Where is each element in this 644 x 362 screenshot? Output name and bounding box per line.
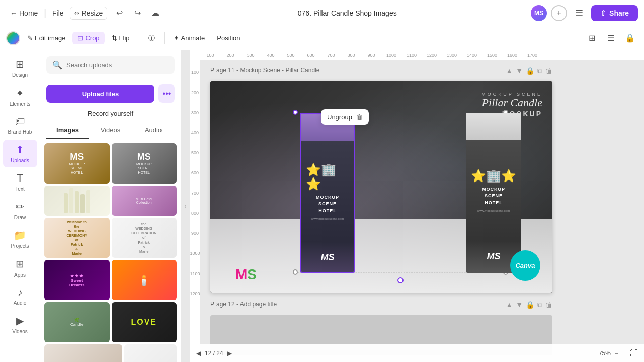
page-collapse-down-icon[interactable]: ▼ <box>516 67 523 75</box>
sidebar-item-videos[interactable]: ▶ Videos <box>3 311 37 338</box>
left-candle[interactable]: ⭐🏢⭐ MOCKUPSCENEHOTEL www.mockupscene.com… <box>300 113 355 273</box>
upload-thumb-4[interactable]: Multi HotelCollection <box>112 186 177 216</box>
info-button[interactable]: ⓘ <box>143 31 160 45</box>
sidebar-item-design[interactable]: ⊞ Design <box>3 54 37 82</box>
candle-star-icon: ⭐🏢⭐ <box>306 163 349 191</box>
upload-btn-row: Upload files ••• <box>40 80 181 107</box>
page12-collapse-up-icon[interactable]: ▲ <box>506 301 513 309</box>
flip-button[interactable]: ⇅ Flip <box>107 32 135 44</box>
canvas-scroll[interactable]: P age 11 - Mockup Scene - Pillar Candle … <box>200 60 644 362</box>
page-nav-next[interactable]: ▶ <box>227 350 232 357</box>
candle-ms-logo: MS <box>321 252 335 263</box>
sidebar-item-projects[interactable]: 📁 Projects <box>3 225 37 253</box>
page-collapse-up-icon[interactable]: ▲ <box>506 67 513 75</box>
right-candle-ms-logo: MS <box>487 251 501 262</box>
design-icon: ⊞ <box>16 58 24 70</box>
lock-button[interactable]: 🔒 <box>622 30 638 46</box>
tab-audio[interactable]: Audio <box>132 122 175 139</box>
redo-button[interactable]: ↪ <box>129 5 145 21</box>
animate-button[interactable]: ✦ Animate <box>169 32 210 44</box>
page12-lock-icon[interactable]: 🔒 <box>526 301 534 309</box>
add-collaborator-button[interactable]: + <box>551 5 567 21</box>
sidebar-item-audio[interactable]: ♪ Audio <box>3 283 37 310</box>
grid-row-6: 🌸 Candle Scene <box>44 344 177 362</box>
upload-thumb-7[interactable]: ★ ★ ★SweetDreams <box>44 260 110 300</box>
upload-files-button[interactable]: Upload files <box>46 85 154 103</box>
page-11-label: P age 11 - Mockup Scene - Pillar Candle <box>210 67 319 74</box>
undo-button[interactable]: ↩ <box>111 5 127 21</box>
ruler-v-mark: 100 <box>190 62 200 82</box>
sidebar-item-draw[interactable]: ✏ Draw <box>3 197 37 224</box>
page-11-container: P age 11 - Mockup Scene - Pillar Candle … <box>210 67 552 293</box>
upload-thumb-3[interactable] <box>44 186 110 216</box>
cloud-save-button[interactable]: ☁ <box>147 5 164 21</box>
color-picker[interactable] <box>6 31 20 45</box>
thumb-inner-1: MS MOCKUPSCENEHOTEL <box>44 143 110 184</box>
crop-button[interactable]: ⊡ Crop <box>72 32 104 44</box>
upload-thumb-11[interactable]: 🌸 Candle Scene <box>44 344 122 362</box>
sidebar-item-uploads[interactable]: ⬆ Uploads <box>3 140 37 167</box>
search-box[interactable]: 🔍 <box>46 56 175 74</box>
main-layout: ⊞ Design ✦ Elements 🏷 Brand Hub ⬆ Upload… <box>0 50 644 362</box>
tab-videos[interactable]: Videos <box>89 122 132 139</box>
upload-thumb-10[interactable]: LOVE <box>112 302 177 342</box>
upload-thumb-9[interactable]: 🌿Candle <box>44 302 110 342</box>
grid-row-4: ★ ★ ★SweetDreams 🕯️ <box>44 260 177 300</box>
share-button[interactable]: ⇧ Share <box>591 5 638 21</box>
ruler-v-mark: 200 <box>190 82 200 103</box>
upload-thumb-12[interactable] <box>124 344 177 362</box>
edit-image-button[interactable]: ✎ Edit image <box>22 32 70 44</box>
collapse-panel[interactable]: ‹ <box>181 50 190 362</box>
sidebar-item-brand-hub[interactable]: 🏷 Brand Hub <box>3 112 37 139</box>
upload-thumb-1[interactable]: MS MOCKUPSCENEHOTEL <box>44 143 110 184</box>
home-button[interactable]: ← Home <box>6 7 42 19</box>
settings-button[interactable]: ☰ <box>571 5 587 21</box>
zoom-in-button[interactable]: + <box>622 350 626 357</box>
page-nav-prev[interactable]: ◀ <box>196 350 201 357</box>
projects-icon: 📁 <box>14 229 26 241</box>
canvas-area: 100 200 300 400 500 600 700 800 900 1000… <box>190 50 644 362</box>
position-button[interactable]: Position <box>212 32 245 44</box>
sidebar-item-apps[interactable]: ⊞ Apps <box>3 254 37 282</box>
search-input[interactable] <box>66 61 169 69</box>
page12-copy-icon[interactable]: ⧉ <box>537 301 542 309</box>
page12-delete-icon[interactable]: 🗑 <box>545 301 552 309</box>
upload-thumb-8[interactable]: 🕯️ <box>112 260 177 300</box>
page12-collapse-down-icon[interactable]: ▼ <box>516 301 523 309</box>
upload-thumb-2[interactable]: MS MOCKUPSCENEHOTEL <box>112 143 177 184</box>
upload-more-button[interactable]: ••• <box>158 84 175 103</box>
upload-thumb-6[interactable]: theWEDDINGCELEBRATIONofPatrick&Marie <box>112 218 177 258</box>
page-lock-icon[interactable]: 🔒 <box>526 67 534 75</box>
file-menu[interactable]: File <box>48 7 68 19</box>
right-candle[interactable]: ⭐🏢⭐ MOCKUPSCENEHOTEL www.mockupscene.com… <box>466 113 521 273</box>
grid-button[interactable]: ⊞ <box>584 30 600 46</box>
right-candle-cap <box>466 113 521 140</box>
record-yourself-button[interactable]: Record yourself <box>40 107 181 120</box>
resize-icon: ⇔ <box>74 10 79 17</box>
brand-hub-icon: 🏷 <box>15 116 25 127</box>
text-icon: T <box>17 172 23 184</box>
zoom-out-button[interactable]: − <box>615 350 618 357</box>
share-icon: ⇧ <box>600 9 606 17</box>
canvas-page-11[interactable]: MOCKUP SCENE Pillar Candle MOCKUP <box>210 81 552 293</box>
user-avatar[interactable]: MS <box>531 5 547 21</box>
upload-thumb-5[interactable]: welcome totheWEDDINGCEREMONYofPatrick&Ma… <box>44 218 110 258</box>
canva-badge: Canva <box>510 250 540 281</box>
uploads-search-area: 🔍 <box>40 50 181 80</box>
ruler-v-mark: 500 <box>190 143 200 163</box>
delete-group-button[interactable]: 🗑 <box>356 113 363 121</box>
fullscreen-button[interactable]: ⛶ <box>630 349 638 358</box>
elements-icon: ✦ <box>16 87 24 99</box>
ruler-mark: 300 <box>240 53 261 58</box>
align-button[interactable]: ☰ <box>603 30 619 46</box>
ruler-vertical: 100 200 300 400 500 600 700 800 900 1000… <box>190 60 200 362</box>
sidebar-item-elements[interactable]: ✦ Elements <box>3 83 37 111</box>
ungroup-button[interactable]: Ungroup <box>327 113 352 121</box>
page-delete-icon[interactable]: 🗑 <box>545 67 552 75</box>
page-copy-icon[interactable]: ⧉ <box>537 67 542 75</box>
thumb-inner-2: MS MOCKUPSCENEHOTEL <box>112 143 177 184</box>
tab-images[interactable]: Images <box>46 122 89 139</box>
sidebar-item-text[interactable]: T Text <box>3 168 37 196</box>
ruler-v-mark: 800 <box>190 203 200 223</box>
resize-button[interactable]: ⇔ Resize <box>70 7 108 20</box>
